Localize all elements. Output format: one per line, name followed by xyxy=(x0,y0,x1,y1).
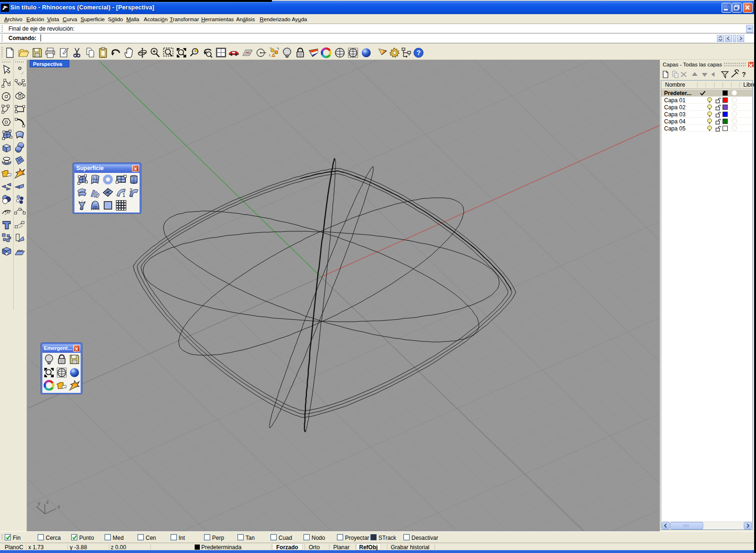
svg-text:x: x xyxy=(58,504,60,509)
svg-text:?: ? xyxy=(742,71,746,78)
svg-text:y: y xyxy=(38,500,41,506)
svg-text:z: z xyxy=(46,499,49,504)
